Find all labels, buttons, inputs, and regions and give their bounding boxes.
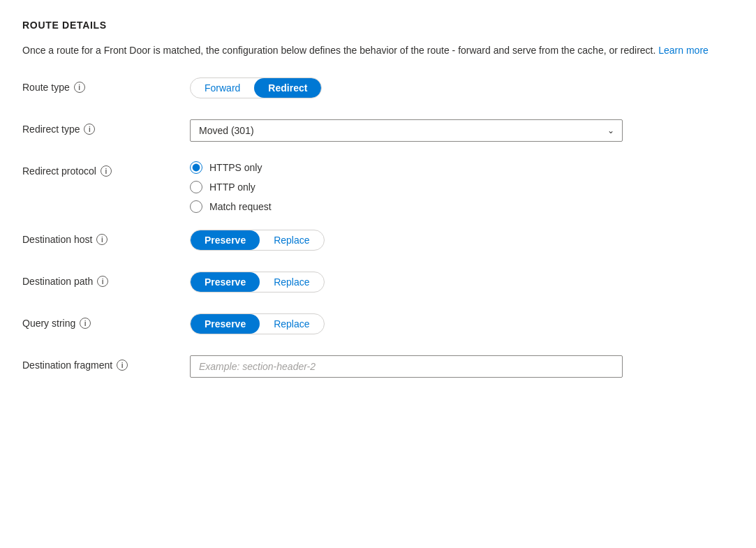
query-string-label: Query string i [22, 313, 190, 329]
learn-more-link[interactable]: Learn more [658, 45, 709, 56]
route-type-info-icon[interactable]: i [74, 82, 85, 93]
destination-host-preserve-btn[interactable]: Preserve [191, 230, 260, 250]
redirect-protocol-control: HTTPS only HTTP only Match request [190, 161, 734, 213]
destination-path-preserve-btn[interactable]: Preserve [191, 272, 260, 292]
redirect-type-dropdown-wrapper: Moved (301) Found (302) Temporary Redire… [190, 119, 623, 142]
destination-path-toggle: Preserve Replace [190, 272, 325, 292]
destination-host-replace-btn[interactable]: Replace [260, 230, 323, 250]
route-type-control: Forward Redirect [190, 77, 734, 98]
destination-host-control: Preserve Replace [190, 230, 734, 251]
redirect-type-label: Redirect type i [22, 119, 190, 135]
destination-path-label: Destination path i [22, 272, 190, 287]
https-only-radio[interactable] [190, 161, 202, 174]
destination-host-label: Destination host i [22, 230, 190, 245]
destination-fragment-label: Destination fragment i [22, 355, 190, 371]
match-request-label: Match request [209, 201, 272, 212]
route-type-row: Route type i Forward Redirect [22, 77, 734, 103]
redirect-type-select[interactable]: Moved (301) Found (302) Temporary Redire… [190, 119, 623, 142]
destination-fragment-row: Destination fragment i [22, 355, 734, 380]
route-type-label: Route type i [22, 77, 190, 93]
route-type-forward-btn[interactable]: Forward [191, 78, 254, 98]
http-only-label: HTTP only [209, 182, 255, 193]
description: Once a route for a Front Door is matched… [22, 43, 734, 58]
match-request-radio[interactable] [190, 200, 202, 213]
destination-fragment-info-icon[interactable]: i [117, 360, 128, 371]
redirect-type-control: Moved (301) Found (302) Temporary Redire… [190, 119, 734, 142]
destination-host-info-icon[interactable]: i [96, 234, 108, 245]
query-string-toggle: Preserve Replace [190, 313, 325, 334]
route-type-redirect-btn[interactable]: Redirect [254, 78, 321, 98]
https-only-radio-item[interactable]: HTTPS only [190, 161, 272, 174]
redirect-protocol-info-icon[interactable]: i [101, 165, 112, 177]
destination-host-row: Destination host i Preserve Replace [22, 230, 734, 255]
destination-path-row: Destination path i Preserve Replace [22, 272, 734, 297]
destination-fragment-input[interactable] [190, 355, 623, 378]
redirect-type-info-icon[interactable]: i [84, 124, 95, 135]
redirect-protocol-label: Redirect protocol i [22, 161, 190, 177]
query-string-info-icon[interactable]: i [80, 318, 91, 329]
route-type-toggle-group: Forward Redirect [190, 77, 322, 98]
destination-path-info-icon[interactable]: i [97, 276, 108, 287]
destination-host-toggle: Preserve Replace [190, 230, 325, 251]
query-string-preserve-btn[interactable]: Preserve [191, 314, 260, 334]
query-string-row: Query string i Preserve Replace [22, 313, 734, 339]
destination-path-control: Preserve Replace [190, 272, 734, 292]
destination-fragment-control [190, 355, 734, 378]
query-string-replace-btn[interactable]: Replace [260, 314, 323, 334]
match-request-radio-item[interactable]: Match request [190, 200, 272, 213]
page-title: ROUTE DETAILS [22, 20, 734, 31]
description-text: Once a route for a Front Door is matched… [22, 45, 655, 56]
query-string-control: Preserve Replace [190, 313, 734, 334]
destination-path-replace-btn[interactable]: Replace [260, 272, 323, 292]
https-only-label: HTTPS only [209, 162, 262, 173]
http-only-radio-item[interactable]: HTTP only [190, 181, 272, 193]
http-only-radio[interactable] [190, 181, 202, 193]
redirect-protocol-row: Redirect protocol i HTTPS only HTTP only… [22, 161, 734, 213]
redirect-type-row: Redirect type i Moved (301) Found (302) … [22, 119, 734, 145]
redirect-protocol-radio-group: HTTPS only HTTP only Match request [190, 161, 272, 213]
